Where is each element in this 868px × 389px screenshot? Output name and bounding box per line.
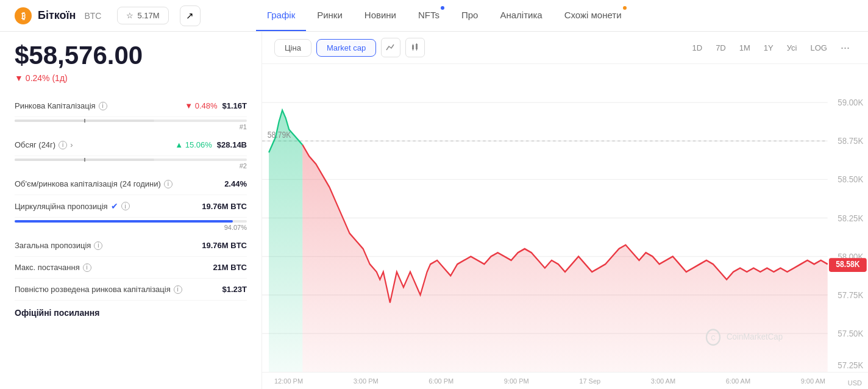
svg-text:CoinMarketCap: CoinMarketCap (727, 331, 783, 341)
stat-max-supply: Макс. постачання i 21M BTC (15, 257, 247, 279)
svg-text:59.00K: 59.00K (838, 97, 863, 107)
x-label-900pm: 9:00 PM (504, 377, 529, 385)
price-change-value: 0.24% (1д) (26, 73, 68, 83)
top-navigation: ₿ Біткоїн BTC ☆ 5.17M ↗ Графік Ринки Нов… (0, 0, 868, 32)
stat-label-volume: Обсяг (24г) i › (15, 140, 73, 149)
x-label-1200pm: 12:00 PM (274, 377, 303, 385)
usd-label: USD (848, 379, 862, 387)
info-icon-total-supply[interactable]: i (94, 241, 102, 250)
stat-total-supply: Загальна пропозиція i 19.76M BTC (15, 235, 247, 257)
sidebar: $58,576.00 ▼ 0.24% (1д) Ринкова Капіталі… (0, 32, 262, 389)
watchlist-button[interactable]: ☆ 5.17M (117, 7, 168, 24)
volume-change: ▲ 15.06% (175, 140, 212, 149)
coin-name: Біткоїн (38, 9, 76, 22)
share-button[interactable]: ↗ (180, 5, 201, 26)
market-cap-value: $1.16T (222, 101, 247, 110)
tab-analityka[interactable]: Аналітика (489, 0, 553, 31)
volume-rank: #2 (15, 162, 247, 170)
svg-rect-1 (416, 44, 418, 49)
stat-volume: Обсяг (24г) i › ▲ 15.06% $28.14B (15, 134, 247, 156)
circ-supply-value: 19.76M BTC (202, 202, 247, 211)
time-buttons: 1D 7D 1M 1Y Усі LOG ··· (686, 38, 856, 57)
time-btn-all[interactable]: Усі (781, 38, 803, 57)
coin-ticker: BTC (84, 11, 101, 21)
market-cap-change: ▼ 0.48% (185, 101, 217, 110)
verified-icon: ✔ (111, 201, 118, 211)
line-chart-button[interactable] (381, 38, 400, 57)
svg-marker-15 (269, 110, 302, 372)
svg-text:57.50K: 57.50K (838, 328, 863, 338)
volume-expand[interactable]: › (70, 140, 73, 149)
more-button[interactable]: ··· (834, 38, 856, 57)
candle-chart-button[interactable] (405, 38, 425, 57)
market-cap-button[interactable]: Market cap (316, 39, 376, 57)
stat-values-market-cap: ▼ 0.48% $1.16T (185, 101, 247, 110)
tab-skhozhi[interactable]: Схожі монети (553, 0, 633, 31)
svg-text:58.25K: 58.25K (838, 213, 863, 223)
info-icon-max-supply[interactable]: i (83, 263, 91, 272)
tab-novyny[interactable]: Новини (354, 0, 407, 31)
time-btn-1m[interactable]: 1M (733, 38, 756, 57)
svg-text:58.75K: 58.75K (838, 135, 863, 146)
tab-pro[interactable]: Про (450, 0, 489, 31)
circ-supply-progress-bar (15, 220, 247, 223)
price-chart: 59.00K 58.75K 58.50K 58.25K 58.00K 57.75… (262, 64, 868, 372)
stat-values-volume: ▲ 15.06% $28.14B (175, 140, 247, 149)
svg-text:58.50K: 58.50K (838, 174, 863, 185)
x-label-300am: 3:00 AM (651, 377, 675, 385)
x-axis: 12:00 PM 3:00 PM 6:00 PM 9:00 PM 17 Sep … (262, 372, 868, 389)
tab-grafik[interactable]: Графік (256, 0, 306, 31)
info-icon-circ-supply[interactable]: i (121, 202, 130, 210)
market-cap-rank: #1 (15, 123, 247, 130)
official-links-title: Офіційні посилання (15, 308, 247, 318)
max-supply-value: 21M BTC (213, 263, 247, 272)
stat-fdv: Повністю розведена ринкова капіталізація… (15, 279, 247, 301)
stat-values-circ-supply: 19.76M BTC (202, 202, 247, 211)
stat-circ-supply: Циркуляційна пропозиція ✔ i 19.76M BTC (15, 195, 247, 218)
price-change: ▼ 0.24% (1д) (15, 73, 247, 83)
x-axis-labels: 12:00 PM 3:00 PM 6:00 PM 9:00 PM 17 Sep … (274, 377, 856, 385)
stat-label-circ-supply: Циркуляційна пропозиція ✔ i (15, 201, 130, 211)
info-icon-fdv[interactable]: i (174, 285, 182, 294)
volume-progress-container: #2 (15, 159, 247, 173)
stat-market-cap: Ринкова Капіталізація i ▼ 0.48% $1.16T (15, 95, 247, 117)
time-btn-1d[interactable]: 1D (686, 38, 709, 57)
market-cap-progress-container: #1 (15, 120, 247, 134)
svg-text:58.79K: 58.79K (268, 130, 291, 140)
time-btn-7d[interactable]: 7D (710, 38, 732, 57)
fdv-value: $1.23T (222, 285, 247, 294)
price-main: $58,576.00 (15, 41, 247, 70)
price-button[interactable]: Ціна (274, 39, 311, 57)
official-links-section: Офіційні посилання (15, 301, 247, 318)
circ-supply-progress-container: 94.07% (15, 220, 247, 235)
info-icon-volume[interactable]: i (59, 141, 67, 149)
price-change-arrow: ▼ (15, 73, 23, 83)
tab-nfts[interactable]: NFTs (407, 0, 450, 31)
info-icon-vol-mcap[interactable]: i (164, 180, 173, 188)
share-icon: ↗ (186, 10, 194, 21)
volume-progress-bar (15, 159, 247, 161)
circ-supply-percent: 94.07% (15, 224, 247, 231)
chart-wrapper: 59.00K 58.75K 58.50K 58.25K 58.00K 57.75… (262, 64, 868, 389)
chart-with-yaxis: 59.00K 58.75K 58.50K 58.25K 58.00K 57.75… (262, 64, 868, 372)
stat-values-max-supply: 21M BTC (213, 263, 247, 272)
volume-value: $28.14B (217, 140, 247, 149)
time-btn-1y[interactable]: 1Y (758, 38, 780, 57)
stat-label-total-supply: Загальна пропозиція i (15, 241, 102, 250)
main-content: $58,576.00 ▼ 0.24% (1д) Ринкова Капіталі… (0, 32, 868, 389)
x-label-17sep: 17 Sep (579, 377, 600, 385)
tab-rynky[interactable]: Ринки (306, 0, 354, 31)
stat-values-fdv: $1.23T (222, 285, 247, 294)
x-label-600am: 6:00 AM (726, 377, 750, 385)
svg-rect-0 (412, 45, 414, 49)
info-icon-market-cap[interactable]: i (99, 102, 107, 110)
time-btn-log[interactable]: LOG (805, 38, 833, 57)
x-label-600pm: 6:00 PM (429, 377, 454, 385)
svg-text:C: C (711, 334, 715, 342)
coin-info: ₿ Біткоїн BTC ☆ 5.17M ↗ (15, 5, 246, 26)
watchlist-count: 5.17M (137, 11, 159, 20)
vol-mcap-value: 2.44% (224, 179, 247, 188)
market-cap-progress-bar (15, 120, 247, 122)
svg-text:58.58K: 58.58K (836, 260, 860, 269)
svg-text:57.25K: 57.25K (838, 360, 863, 370)
